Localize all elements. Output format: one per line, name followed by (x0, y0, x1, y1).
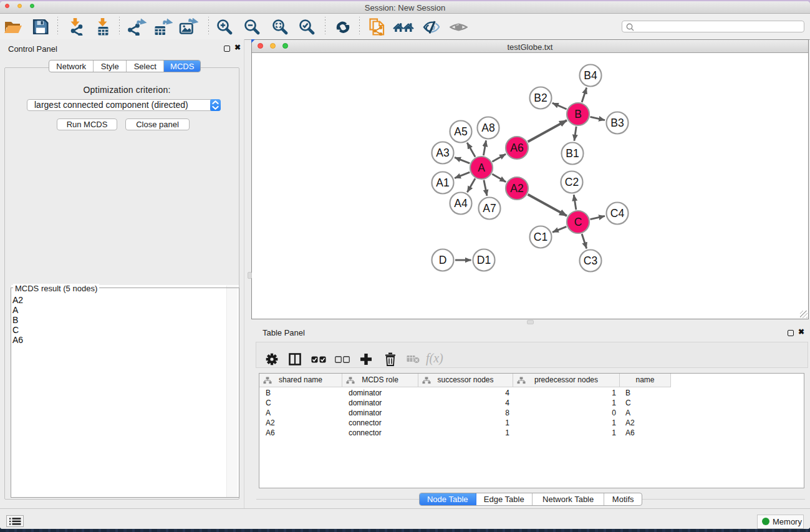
svg-text:B: B (574, 108, 582, 120)
svg-text:D: D (439, 254, 447, 266)
svg-text:C2: C2 (565, 176, 579, 188)
svg-text:C4: C4 (610, 207, 625, 220)
svg-text:B3: B3 (610, 117, 624, 129)
svg-text:A5: A5 (454, 125, 467, 138)
svg-text:B1: B1 (566, 147, 579, 160)
svg-text:A8: A8 (481, 122, 494, 134)
svg-text:B4: B4 (584, 69, 597, 82)
svg-text:C1: C1 (534, 231, 547, 243)
svg-text:A4: A4 (454, 197, 468, 210)
svg-text:A: A (478, 162, 485, 174)
svg-text:C3: C3 (584, 254, 597, 267)
svg-text:A6: A6 (510, 142, 523, 154)
svg-text:C: C (574, 216, 582, 228)
svg-text:B2: B2 (534, 92, 547, 104)
svg-text:A1: A1 (436, 177, 449, 189)
svg-text:D1: D1 (477, 254, 491, 266)
svg-text:A3: A3 (436, 147, 449, 159)
svg-text:A2: A2 (510, 182, 523, 195)
svg-text:A7: A7 (483, 202, 496, 215)
